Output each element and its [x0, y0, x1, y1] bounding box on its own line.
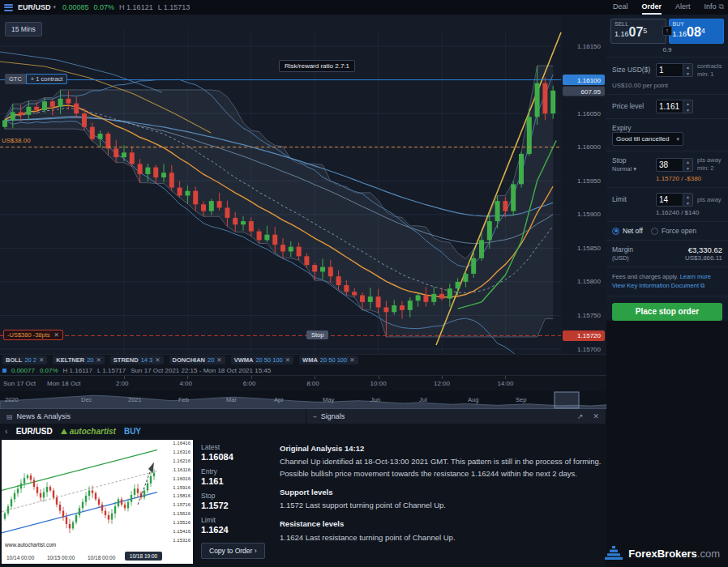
- time-axis[interactable]: Sun 17 OctMon 18 Oct2:004:006:008:0010:0…: [0, 375, 606, 391]
- close-icon[interactable]: ✕: [54, 331, 59, 339]
- limit-label: Limit: [201, 516, 274, 524]
- app-menu-icon[interactable]: [4, 4, 13, 11]
- expiry-select[interactable]: Good till cancelled ▾: [612, 132, 683, 146]
- limit-stepper[interactable]: ▲▼: [683, 193, 693, 207]
- learn-more-link[interactable]: Learn more: [680, 273, 711, 280]
- sell-button[interactable]: SELL 1.16 07 5: [610, 19, 666, 44]
- svg-text:1.16050: 1.16050: [577, 110, 601, 117]
- size-unit: contracts: [697, 62, 722, 70]
- margin-row: Margin (USD) €3,330.62 US$3,866.11: [606, 241, 728, 267]
- svg-text:1.15916: 1.15916: [173, 485, 191, 490]
- step-down-icon[interactable]: ▼: [683, 70, 692, 77]
- ticket-tab-deal[interactable]: Deal: [613, 0, 628, 15]
- svg-text:1.16216: 1.16216: [173, 458, 191, 463]
- sell-price-sup: 5: [643, 27, 647, 35]
- navigator-month-label: Aug: [468, 396, 478, 403]
- place-order-button[interactable]: Place stop order: [612, 303, 722, 321]
- stop-stepper[interactable]: ▲▼: [683, 158, 693, 172]
- working-order-chip[interactable]: GTC + 1 contract: [5, 74, 67, 84]
- resistance-text: 1.1624 Last resistance turning point of …: [280, 532, 604, 544]
- instrument-name[interactable]: EUR/USD: [18, 3, 51, 11]
- size-input[interactable]: [656, 63, 683, 77]
- stop-line-tag[interactable]: Stop: [306, 330, 328, 339]
- expiry-label: Expiry: [612, 124, 656, 133]
- time-axis-label: 10:00: [370, 380, 387, 387]
- signal-ticket: Latest 1.16084 Entry 1.161 Stop 1.1572 L…: [201, 443, 274, 559]
- expand-panel-icon[interactable]: ↗: [577, 412, 584, 420]
- size-label: Size USD($): [612, 66, 656, 75]
- price-chart[interactable]: 1.161501.161001.160501.160001.159501.159…: [0, 15, 606, 354]
- size-row: Size USD($) ▲▼ contractsmin: 1 US$10.00 …: [606, 58, 728, 95]
- svg-text:1.15700: 1.15700: [577, 346, 601, 353]
- buy-price-prefix: 1.16: [673, 30, 687, 38]
- indicator-chip-vwma[interactable]: VWMA20 50 100✕: [231, 356, 293, 364]
- copy-to-order-button[interactable]: Copy to Order ›: [201, 543, 265, 559]
- indicator-chip-boll[interactable]: BOLL20 2✕: [2, 356, 47, 364]
- signal-symbol[interactable]: EUR/USD: [16, 427, 53, 436]
- tab-news-analysis[interactable]: ▤ News & Analysis: [0, 409, 306, 424]
- close-icon[interactable]: ✕: [216, 356, 221, 364]
- time-axis-label: 6:00: [243, 380, 256, 387]
- close-icon[interactable]: ✕: [39, 356, 44, 364]
- chart-navigator[interactable]: 2020Dec2021FebMarAprMayJunJulAugSep: [0, 391, 606, 409]
- stop-input[interactable]: [656, 158, 683, 172]
- ticket-tab-alert[interactable]: Alert: [675, 0, 691, 15]
- indicator-chip-strend[interactable]: STREND14 3✕: [110, 356, 164, 364]
- step-up-icon[interactable]: ▲: [683, 194, 692, 200]
- close-icon[interactable]: ✕: [349, 356, 354, 364]
- back-chevron-icon[interactable]: ‹: [5, 426, 8, 436]
- indicator-chip-keltner[interactable]: KELTNER20✕: [53, 356, 105, 364]
- navigator-month-label: Mar: [226, 396, 237, 403]
- net-off-label: Net off: [623, 227, 643, 235]
- kid-link[interactable]: View Key Information Document: [612, 282, 699, 289]
- ticket-tab-order[interactable]: Order: [642, 0, 662, 15]
- time-axis-label: 14:00: [497, 380, 513, 387]
- price-level-input[interactable]: [656, 100, 683, 113]
- indicator-chip-donchian[interactable]: DONCHIAN20✕: [169, 356, 225, 364]
- svg-text:10/14 00:00: 10/14 00:00: [6, 555, 35, 561]
- close-icon[interactable]: ✕: [285, 356, 290, 364]
- step-down-icon[interactable]: ▼: [683, 107, 692, 113]
- buy-button[interactable]: BUY 1.16 08 4: [669, 19, 725, 44]
- buy-price-sup: 4: [701, 27, 705, 35]
- bottom-tab-bar: ▤ News & Analysis ⌁ Signals ↗ ✕: [0, 409, 606, 424]
- force-open-radio[interactable]: Force open: [651, 227, 696, 235]
- stop-loss-chip[interactable]: -US$380 -38pts ✕: [3, 330, 63, 340]
- net-off-radio[interactable]: Net off: [612, 227, 643, 235]
- svg-text:1.15816: 1.15816: [173, 493, 191, 498]
- stop-loss-amount: -US$380 -38pts: [7, 331, 50, 339]
- stop-detail: 1.15720 / -$380: [656, 175, 722, 182]
- window-icon[interactable]: ⧉: [719, 2, 724, 11]
- step-up-icon[interactable]: ▲: [683, 64, 692, 70]
- range-low: L 1.15717: [97, 367, 126, 374]
- step-up-icon[interactable]: ▲: [683, 100, 692, 107]
- navigator-month-label: Jun: [370, 396, 380, 403]
- radio-icon: [651, 228, 658, 235]
- step-up-icon[interactable]: ▲: [683, 159, 692, 165]
- timeframe-button[interactable]: 15 Mins: [5, 22, 42, 36]
- bottom-panel: ▤ News & Analysis ⌁ Signals ↗ ✕ ‹ EUR/US…: [0, 409, 606, 567]
- visible-range: Sun 17 Oct 2021 22:15 - Mon 18 Oct 2021 …: [131, 367, 271, 374]
- close-icon[interactable]: ✕: [96, 356, 101, 364]
- step-down-icon[interactable]: ▼: [683, 200, 692, 207]
- navigator-month-label: Sep: [516, 396, 526, 403]
- stop-type-select[interactable]: Normal ▾: [612, 165, 656, 173]
- forexbrokers-icon: [604, 545, 623, 561]
- size-min: min: 1: [697, 70, 722, 79]
- step-down-icon[interactable]: ▼: [683, 165, 692, 172]
- chevron-down-icon: ▾: [676, 136, 679, 143]
- ticket-tab-info[interactable]: Info: [704, 0, 717, 15]
- signal-direction: BUY: [124, 427, 141, 436]
- tab-signals[interactable]: ⌁ Signals ↗ ✕: [306, 409, 606, 424]
- limit-input[interactable]: [656, 193, 683, 207]
- latest-value: 1.16084: [201, 452, 274, 462]
- chevron-down-icon: ▾: [54, 4, 57, 11]
- price-level-stepper[interactable]: ▲▼: [683, 100, 693, 113]
- close-icon[interactable]: ✕: [155, 356, 160, 364]
- gtc-label: GTC: [5, 74, 26, 84]
- size-stepper[interactable]: ▲▼: [683, 63, 693, 77]
- open-pl-label: US$38.00: [2, 137, 31, 144]
- indicator-chip-wma[interactable]: WMA20 50 100✕: [299, 356, 358, 364]
- close-panel-icon[interactable]: ✕: [593, 412, 599, 420]
- range-change: 0.00077: [11, 367, 35, 374]
